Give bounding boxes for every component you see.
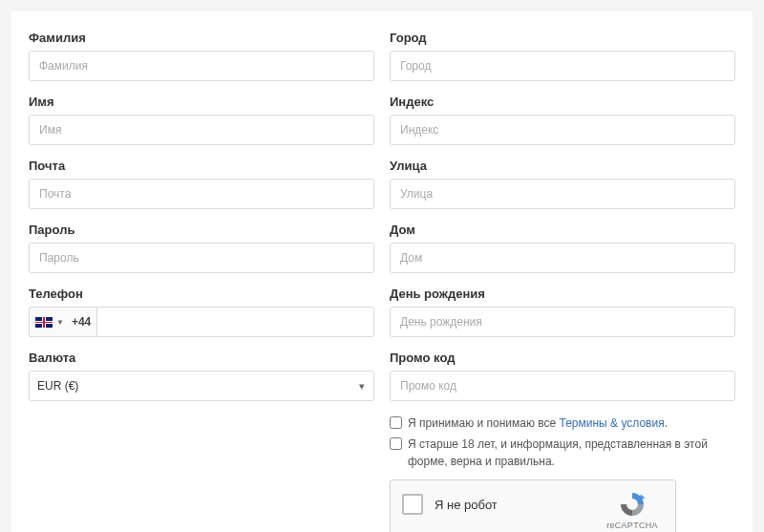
name-input[interactable] — [29, 115, 374, 145]
agreements: Я принимаю и понимаю все Термины & услов… — [390, 415, 735, 470]
recaptcha-label: Я не робот — [435, 490, 589, 512]
terms-suffix: . — [665, 416, 668, 430]
email-input[interactable] — [29, 179, 374, 209]
terms-checkbox[interactable] — [390, 416, 402, 429]
recaptcha: Я не робот reCAPTCHA Конфиденциальность … — [390, 479, 676, 532]
city-label: Город — [390, 31, 735, 45]
email-label: Почта — [29, 159, 374, 173]
country-code-selector[interactable]: ▼ +44 — [29, 307, 96, 337]
promo-input[interactable] — [390, 371, 735, 401]
right-column: Город Индекс Улица Дом День рождения Про… — [390, 31, 735, 532]
svg-marker-0 — [640, 495, 646, 500]
password-input[interactable] — [29, 243, 374, 273]
city-input[interactable] — [390, 51, 735, 81]
name-label: Имя — [29, 95, 374, 109]
currency-label: Валюта — [29, 351, 374, 365]
recaptcha-checkbox[interactable] — [402, 494, 423, 515]
password-label: Пароль — [29, 223, 374, 237]
dob-label: День рождения — [390, 287, 735, 301]
recaptcha-icon — [618, 490, 647, 519]
currency-select[interactable]: EUR (€) — [29, 371, 374, 401]
dob-input[interactable] — [390, 307, 735, 337]
promo-label: Промо код — [390, 351, 735, 365]
zip-label: Индекс — [390, 95, 735, 109]
uk-flag-icon — [35, 317, 53, 328]
terms-link[interactable]: Термины & условия — [560, 416, 665, 430]
dial-code: +44 — [68, 315, 91, 329]
chevron-down-icon: ▼ — [56, 318, 64, 327]
age-checkbox[interactable] — [390, 437, 402, 450]
terms-text: Я принимаю и понимаю все Термины & услов… — [408, 415, 668, 432]
zip-input[interactable] — [390, 115, 735, 145]
house-label: Дом — [390, 223, 735, 237]
house-input[interactable] — [390, 243, 735, 273]
street-input[interactable] — [390, 179, 735, 209]
left-column: Фамилия Имя Почта Пароль Телефон ▼ +44 — [29, 31, 374, 532]
terms-prefix: Я принимаю и понимаю все — [408, 416, 560, 430]
recaptcha-brand: reCAPTCHA — [601, 521, 664, 530]
surname-input[interactable] — [29, 51, 374, 81]
phone-label: Телефон — [29, 287, 374, 301]
registration-form: Фамилия Имя Почта Пароль Телефон ▼ +44 — [11, 11, 753, 532]
phone-input[interactable] — [96, 307, 374, 337]
surname-label: Фамилия — [29, 31, 374, 45]
street-label: Улица — [390, 159, 735, 173]
age-text: Я старше 18 лет, и информация, представл… — [408, 436, 735, 470]
